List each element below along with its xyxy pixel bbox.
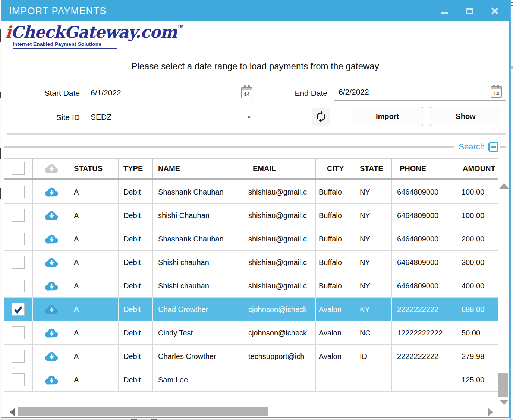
cell-state: ID [355, 345, 392, 368]
start-date-input[interactable] [86, 88, 241, 97]
site-id-label: Site ID [1, 113, 80, 122]
import-button[interactable]: Import [352, 107, 423, 126]
table-row[interactable]: A Debit Shishi chauhan shishiau@gmail.c … [4, 251, 498, 274]
cell-email: shishiau@gmail.c [245, 227, 316, 250]
import-payments-window: IMPORT PAYMENTS iCheckGateway.comTM Inte… [1, 0, 510, 418]
cell-amount: 400.00 [454, 274, 498, 297]
cloud-download-icon[interactable] [43, 304, 59, 315]
cell-name: Shishi chauhan [153, 251, 245, 274]
search-link[interactable]: Search [459, 142, 485, 152]
background-artifact [511, 2, 513, 3]
cell-state: NY [355, 204, 392, 227]
refresh-button[interactable] [312, 108, 330, 126]
table-row[interactable]: A Debit Shashank Chauhan shishiau@gmail.… [4, 180, 498, 204]
row-checkbox[interactable] [12, 209, 25, 222]
background-artifact [0, 188, 1, 199]
horizontal-scrollbar-thumb[interactable] [18, 407, 268, 416]
cell-name: shishi Chauhan [153, 204, 245, 227]
logo-tagline: Internet Enabled Payment Solutions [13, 41, 117, 49]
row-checkbox[interactable] [12, 350, 25, 363]
table-row[interactable]: A Debit Shashank Chauhan shishiau@gmail.… [4, 227, 498, 251]
cell-name: Chad Crowther [153, 298, 245, 321]
cell-type: Debit [119, 345, 153, 368]
scroll-down-arrow[interactable] [500, 400, 509, 405]
cell-amount: 698.00 [454, 298, 498, 321]
calendar-icon-bar [242, 88, 252, 90]
header-amount[interactable]: AMOUNT [454, 159, 498, 178]
cell-email [245, 368, 316, 391]
scroll-left-arrow[interactable] [10, 408, 15, 417]
cell-status: A [69, 298, 119, 321]
search-section: Search [4, 141, 506, 152]
site-id-dropdown[interactable]: SEDZ ▾ [86, 108, 256, 126]
table-row[interactable]: A Debit Sam Lee 125.00 [4, 368, 498, 392]
show-button[interactable]: Show [430, 107, 501, 126]
close-icon [491, 7, 498, 15]
cell-amount: 50.00 [454, 321, 498, 344]
header-email[interactable]: EMAIL [245, 159, 316, 178]
cloud-download-icon[interactable] [43, 233, 59, 245]
cell-amount: 279.98 [454, 345, 498, 368]
header-type[interactable]: TYPE [119, 159, 153, 178]
cell-amount: 100.00 [454, 180, 498, 203]
header-phone[interactable]: PHONE [392, 159, 454, 178]
row-checkbox[interactable] [12, 186, 25, 198]
close-button[interactable] [490, 6, 499, 15]
download-column-header[interactable] [33, 159, 69, 178]
cell-phone: 6464809000 [392, 227, 454, 250]
cell-city: Buffalo [316, 180, 355, 203]
cell-state: NY [355, 227, 392, 250]
cell-email: cjohnson@icheck [245, 298, 316, 321]
calendar-icon-bar [491, 87, 501, 89]
row-checkbox[interactable] [12, 326, 25, 339]
header-state[interactable]: STATE [355, 159, 392, 178]
cloud-download-icon[interactable] [43, 351, 59, 362]
cloud-download-icon[interactable] [43, 280, 59, 292]
row-checkbox[interactable] [12, 280, 25, 292]
calendar-icon[interactable]: 14 [241, 87, 252, 98]
table-header-row: STATUS TYPE NAME EMAIL CITY STATE PHONE … [4, 158, 498, 178]
row-checkbox-checked[interactable] [12, 303, 25, 316]
table-row-selected[interactable]: A Debit Chad Crowther cjohnson@icheck Av… [4, 298, 498, 321]
cell-state: KY [355, 298, 392, 321]
scroll-up-arrow[interactable] [500, 183, 509, 189]
scroll-right-arrow[interactable] [488, 408, 493, 417]
select-all-checkbox[interactable] [12, 162, 25, 175]
cell-phone: 2222222222 [392, 345, 454, 368]
header-city[interactable]: CITY [316, 159, 355, 178]
cloud-download-icon[interactable] [43, 186, 59, 198]
cloud-download-icon[interactable] [43, 374, 59, 386]
calendar-icon[interactable]: 14 [491, 86, 502, 98]
cloud-download-icon[interactable] [43, 257, 59, 268]
minus-icon [491, 146, 496, 148]
vertical-scrollbar-thumb[interactable] [498, 373, 508, 397]
table-row[interactable]: A Debit Charles Crowther techsupport@ich… [4, 345, 498, 368]
cell-type: Debit [119, 251, 153, 274]
maximize-button[interactable] [465, 6, 474, 15]
cell-amount: 125.00 [454, 368, 498, 391]
table-row[interactable]: A Debit Cindy Test cjohnson@icheck Avalo… [4, 321, 498, 345]
title-bar: IMPORT PAYMENTS [1, 1, 509, 21]
table-row[interactable]: A Debit Shishi chauhan shishiau@gmail.c … [4, 274, 498, 298]
cell-phone: 6464809000 [392, 180, 454, 203]
header-name[interactable]: NAME [153, 159, 245, 178]
cell-name: Charles Crowther [153, 345, 245, 368]
calendar-icon-day: 14 [242, 91, 252, 97]
row-checkbox[interactable] [12, 373, 25, 386]
end-date-field: 14 [334, 83, 506, 101]
cell-phone: 6464809000 [392, 251, 454, 274]
minimize-button[interactable] [440, 6, 449, 15]
table-row[interactable]: A Debit shishi Chauhan shishiau@gmail.c … [4, 204, 498, 227]
collapse-button[interactable] [488, 142, 498, 152]
cell-email: techsupport@ich [245, 345, 316, 368]
cell-type: Debit [119, 227, 153, 250]
row-checkbox[interactable] [12, 256, 25, 269]
header-status[interactable]: STATUS [69, 159, 119, 178]
row-checkbox[interactable] [12, 233, 25, 245]
end-date-input[interactable] [334, 88, 491, 97]
cell-email: shishiau@gmail.c [245, 180, 316, 203]
cloud-download-icon[interactable] [43, 327, 59, 339]
cell-state: NY [355, 274, 392, 297]
cloud-download-icon[interactable] [43, 210, 59, 221]
search-divider-line [500, 146, 506, 148]
